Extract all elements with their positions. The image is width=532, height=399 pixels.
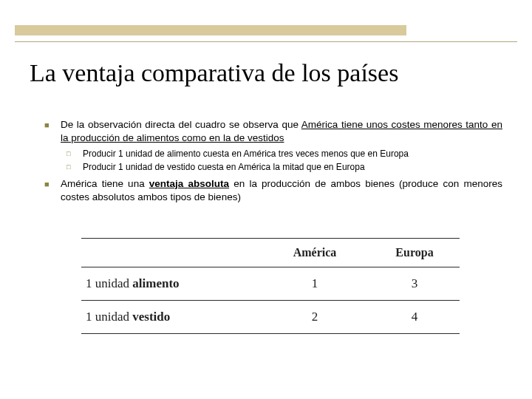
row2-america: 2	[256, 310, 374, 324]
square-bullet-icon: ■	[44, 177, 61, 204]
slide: La ventaja comparativa de los países ■ D…	[0, 0, 532, 399]
row2-europa: 4	[374, 310, 455, 324]
hollow-square-icon: □	[66, 148, 83, 160]
row2-label: 1 unidad vestido	[81, 310, 256, 324]
row1-europa: 3	[374, 276, 455, 291]
bullet-1-pre: De la observación directa del cuadro se …	[61, 119, 301, 130]
sub-bullet-1: □ Producir 1 unidad de alimento cuesta e…	[66, 148, 502, 160]
sub-bullet-2: □ Producir 1 unidad de vestido cuesta en…	[66, 161, 502, 173]
hollow-square-icon: □	[66, 161, 83, 173]
row2-label-pre: 1 unidad	[86, 310, 132, 324]
table-row: 1 unidad vestido 2 4	[81, 301, 460, 334]
bullet-2-text: América tiene una ventaja absoluta en la…	[61, 177, 502, 204]
decor-line	[15, 41, 517, 42]
bullet-2-term: ventaja absoluta	[149, 178, 229, 189]
table-header-europa: Europa	[374, 246, 455, 259]
row2-label-bold: vestido	[132, 310, 170, 324]
square-bullet-icon: ■	[44, 118, 61, 145]
bullet-1-text: De la observación directa del cuadro se …	[61, 118, 502, 145]
table-header-row: América Europa	[81, 238, 460, 267]
sub-bullet-1-text: Producir 1 unidad de alimento cuesta en …	[83, 148, 409, 160]
decor-bar	[15, 25, 406, 35]
bullet-2-pre: América tiene una	[61, 178, 149, 189]
data-table: América Europa 1 unidad alimento 1 3 1 u…	[81, 238, 460, 334]
page-title: La ventaja comparativa de los países	[30, 59, 502, 87]
row1-america: 1	[256, 276, 374, 291]
table-row: 1 unidad alimento 1 3	[81, 267, 460, 301]
sub-bullet-2-text: Producir 1 unidad de vestido cuesta en A…	[83, 161, 365, 173]
table-header-america: América	[256, 246, 374, 259]
bullet-1: ■ De la observación directa del cuadro s…	[44, 118, 502, 145]
row1-label-bold: alimento	[132, 276, 179, 290]
body-text: ■ De la observación directa del cuadro s…	[44, 118, 502, 207]
bullet-2: ■ América tiene una ventaja absoluta en …	[44, 177, 502, 204]
row1-label: 1 unidad alimento	[81, 276, 256, 291]
row1-label-pre: 1 unidad	[86, 276, 132, 290]
sub-bullets: □ Producir 1 unidad de alimento cuesta e…	[66, 148, 502, 172]
